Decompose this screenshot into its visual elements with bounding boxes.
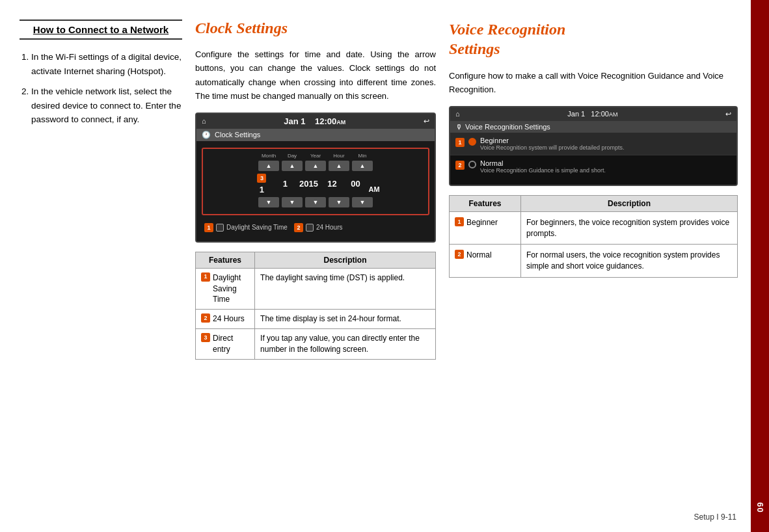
steps-list: In the Wi-Fi settings of a digital devic…: [20, 50, 182, 127]
home-icon: ⌂: [455, 110, 460, 118]
voice-screen-body: 1 Beginner Voice Recognition system will…: [450, 133, 736, 185]
badge-3: 3: [257, 174, 266, 183]
page-footer: Setup I 9-11: [694, 512, 736, 522]
feat-col-header: Features: [196, 252, 255, 268]
screen-body: Month ▲ Day ▲ Year ▲ Hour: [196, 141, 435, 241]
voice-screen-title-bar: 🎙 Voice Recognition Settings: [450, 121, 736, 133]
desc-beginner: For beginners, the voice recognition sys…: [521, 211, 738, 245]
voice-features-table: Features Description 1 Beginner For begi…: [449, 195, 738, 278]
up-arrows-row: Month ▲ Day ▲ Year ▲ Hour: [207, 153, 424, 171]
bottom-options: 1 Daylight Saving Time 2 24 Hours: [202, 220, 429, 235]
desc-col-header: Description: [255, 252, 436, 268]
desc-direct-entry: If you tap any value, you can directly e…: [255, 328, 436, 359]
month-up[interactable]: ▲: [258, 161, 279, 171]
table-row: 2 Normal For normal users, the voice rec…: [450, 245, 738, 278]
screen-clock: Jan 1 12:00AM: [284, 116, 345, 126]
hour-up[interactable]: ▲: [329, 161, 349, 171]
screen-header: ⌂ Jan 1 12:00AM ↩: [196, 114, 435, 129]
normal-option[interactable]: 2 Normal Voice Recognition Guidance is s…: [450, 155, 736, 178]
clock-icon: 🕐: [202, 131, 211, 139]
sidebar-number: 60: [755, 502, 765, 512]
clock-features-table: Features Description 1 DaylightSaving Ti…: [195, 252, 436, 360]
screen-title-bar: 🕐 Clock Settings: [196, 129, 435, 141]
feat-direct-entry: 3 Direct entry: [196, 328, 255, 359]
day-down[interactable]: ▼: [282, 197, 303, 207]
footer-text: Setup I 9-11: [694, 512, 736, 522]
voice-screen-mockup: ⌂ Jan 1 12:00AM ↩ 🎙 Voice Recognition Se…: [449, 106, 738, 186]
year-up[interactable]: ▲: [305, 161, 326, 171]
month-down[interactable]: ▼: [258, 197, 279, 207]
desc-daylight: The daylight saving time (DST) is applie…: [255, 268, 436, 309]
clock-settings-title: Clock Settings: [195, 20, 436, 37]
voice-screen-header: ⌂ Jan 1 12:00AM ↩: [450, 107, 736, 121]
left-column: How to Connect to a Network In the Wi-Fi…: [20, 20, 182, 519]
mic-icon: 🎙: [455, 123, 463, 131]
hour-cell: Hour ▲: [329, 153, 349, 171]
year-cell: Year ▲: [305, 153, 326, 171]
day-cell: Day ▲: [282, 153, 303, 171]
feat-normal: 2 Normal: [450, 245, 521, 278]
voice-settings-title: Voice RecognitionSettings: [449, 20, 738, 59]
clock-settings-paragraph: Configure the settings for time and date…: [195, 47, 436, 103]
daylight-option[interactable]: 1 Daylight Saving Time: [204, 223, 288, 232]
feat-daylight: 1 DaylightSaving Time: [196, 268, 255, 309]
date-controls: Month ▲ Day ▲ Year ▲ Hour: [202, 148, 429, 215]
voice-settings-paragraph: Configure how to make a call with Voice …: [449, 69, 738, 97]
table-row: 1 Beginner For beginners, the voice reco…: [450, 211, 738, 245]
step-2: In the vehicle network list, select the …: [31, 85, 182, 127]
home-icon: ⌂: [202, 117, 206, 125]
down-arrows-row: ▼ ▼ ▼ ▼ ▼: [207, 197, 424, 207]
desc-normal: For normal users, the voice recognition …: [521, 245, 738, 278]
table-row: 3 Direct entry If you tap any value, you…: [196, 328, 436, 359]
table-row: 2 24 Hours The time display is set in 24…: [196, 310, 436, 329]
min-cell: Min ▲: [352, 153, 373, 171]
voice-feat-col-header: Features: [450, 195, 521, 211]
values-row: 3 1 1 2015 12 00 AM: [207, 174, 424, 194]
main-content: How to Connect to a Network In the Wi-Fi…: [0, 0, 751, 532]
voice-desc-col-header: Description: [521, 195, 738, 211]
back-icon: ↩: [424, 117, 429, 126]
feat-24hours: 2 24 Hours: [196, 310, 255, 329]
desc-24hours: The time display is set in 24-hour forma…: [255, 310, 436, 329]
voice-screen-clock: Jan 1 12:00AM: [567, 110, 617, 118]
step-1: In the Wi-Fi settings of a digital devic…: [31, 50, 182, 78]
feat-beginner: 1 Beginner: [450, 211, 521, 245]
24hours-option[interactable]: 2 24 Hours: [294, 223, 343, 232]
day-up[interactable]: ▲: [282, 161, 303, 171]
right-column: Voice RecognitionSettings Configure how …: [449, 20, 738, 519]
back-icon: ↩: [725, 110, 731, 118]
beginner-option[interactable]: 1 Beginner Voice Recognition system will…: [450, 133, 736, 155]
min-up[interactable]: ▲: [352, 161, 373, 171]
mid-column: Clock Settings Configure the settings fo…: [195, 20, 436, 519]
min-down[interactable]: ▼: [352, 197, 373, 207]
screen-title-label: Clock Settings: [215, 131, 260, 139]
table-row: 1 DaylightSaving Time The daylight savin…: [196, 268, 436, 309]
hour-down[interactable]: ▼: [329, 197, 349, 207]
month-cell: Month ▲: [258, 153, 279, 171]
sidebar: 60: [751, 0, 769, 532]
section-title: How to Connect to a Network: [20, 24, 182, 35]
year-down[interactable]: ▼: [305, 197, 326, 207]
clock-screen-mockup: ⌂ Jan 1 12:00AM ↩ 🕐 Clock Settings Month: [195, 113, 436, 243]
section-title-box: How to Connect to a Network: [20, 20, 182, 40]
